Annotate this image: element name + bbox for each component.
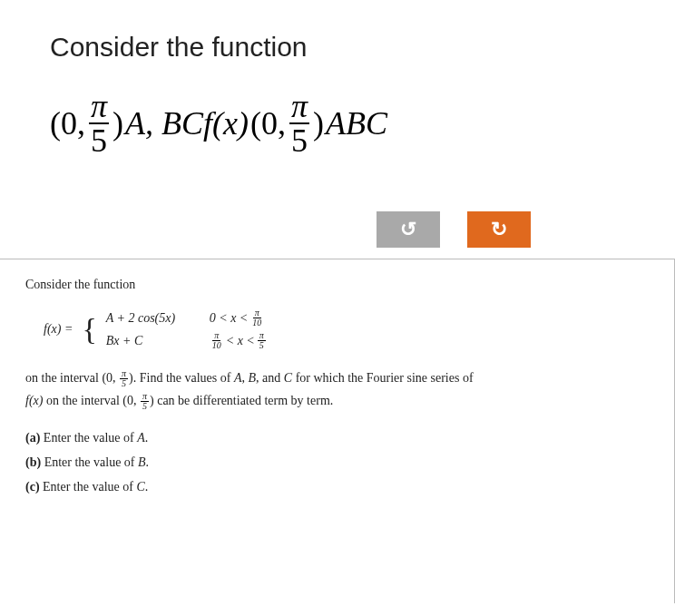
case1-frac-d: 10 [250,318,263,328]
page-title: Consider the function [50,32,675,63]
int2-d: 5 [141,402,149,411]
part-c: (c) Enter the value of C. [25,475,649,500]
body-l2-post: can be differentiated term by term. [154,394,334,407]
int1-d: 5 [120,379,128,388]
var-B: B [249,371,257,385]
interval1-frac: π5 [120,369,128,388]
math-open1: (0, [50,104,85,142]
part-c-post: . [145,480,149,494]
part-c-var: C [136,480,144,494]
part-b-label: (b) [25,455,41,469]
top-area: Consider the function (0, π 5 ) A, BCf(x… [0,0,675,248]
frac2-num: π [289,90,309,124]
body-l2-pre: on the interval [46,394,122,407]
part-c-label: (c) [25,480,40,494]
body-pre: on the interval [25,371,102,385]
body-mid2: , and [256,371,284,385]
case1-expr: A + 2 cos(5x) [106,311,197,326]
var-A: A [234,371,242,385]
question-parts: (a) Enter the value of A. (b) Enter the … [25,426,649,499]
frac1-num: π [89,90,109,124]
case2-frac-right: π 5 [258,331,266,350]
undo-icon: ↺ [400,218,416,241]
frac1-den: 5 [89,124,109,157]
panel-title: Consider the function [25,278,649,292]
case1-frac: π 10 [250,308,263,328]
math-close2: ) [313,104,324,142]
math-open2: (0, [250,104,286,142]
part-b-post: . [146,455,150,469]
interval1-open: (0, [102,371,119,385]
part-b-pre: Enter the value of [44,455,138,469]
redo-button[interactable]: ↻ [467,211,531,248]
brace-icon: { [82,314,96,345]
math-mid1: A, BCf(x) [125,104,249,142]
case1-cond-pre: 0 < x < [210,311,249,326]
math-mid2: ABC [326,104,387,142]
question-panel: Consider the function f(x) = { A + 2 cos… [0,259,675,603]
case2-fracr-d: 5 [258,341,266,350]
part-a: (a) Enter the value of A. [25,426,649,451]
part-a-post: . [145,431,149,445]
part-a-var: A [137,431,145,445]
math-close1: ) [112,104,123,142]
math-frac1: π 5 [89,90,109,157]
case2-cond-mid: < x < [226,334,255,348]
body-mid3: for which the Fourier sine series of [292,371,473,385]
part-b: (b) Enter the value of B. [25,451,649,475]
var-C: C [284,371,292,385]
part-a-pre: Enter the value of [44,431,137,445]
case1-cond: 0 < x < π 10 [210,308,265,328]
part-b-var: B [138,455,146,469]
frac2-den: 5 [289,124,309,157]
cases: A + 2 cos(5x) 0 < x < π 10 Bx + C π 10 [106,308,267,350]
undo-button[interactable]: ↺ [377,211,440,248]
part-a-label: (a) [25,431,40,445]
redo-icon: ↻ [491,218,507,241]
interval2-open: (0, [122,394,140,407]
case2-frac-left: π 10 [210,331,223,350]
case2-expr: Bx + C [106,334,197,348]
case-row-2: Bx + C π 10 < x < π 5 [106,331,267,350]
body-text: on the interval (0, π5). Find the values… [25,367,649,412]
fx-label: f(x) = [44,322,73,337]
body-l2-pre-fx: f(x) [25,394,43,407]
case-row-1: A + 2 cos(5x) 0 < x < π 10 [106,308,267,328]
case2-fracl-d: 10 [210,341,223,350]
big-math-expression: (0, π 5 ) A, BCf(x) (0, π 5 ) ABC [50,90,675,157]
part-c-pre: Enter the value of [43,480,136,494]
math-frac2: π 5 [289,90,309,157]
body-mid: . Find the values of [133,371,234,385]
case2-cond: π 10 < x < π 5 [210,331,267,350]
interval2-frac: π5 [141,392,149,411]
button-row: ↺ ↻ [377,211,675,248]
piecewise-function: f(x) = { A + 2 cos(5x) 0 < x < π 10 Bx +… [44,308,649,350]
